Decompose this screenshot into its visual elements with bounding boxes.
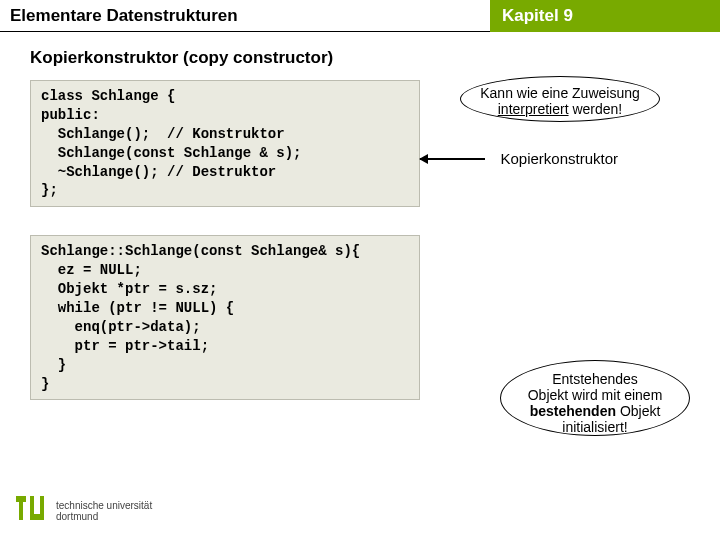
slide-header: Elementare Datenstrukturen Kapitel 9 xyxy=(0,0,720,32)
tu-logo-icon xyxy=(14,494,48,528)
header-chapter: Kapitel 9 xyxy=(490,0,720,32)
section-title-text: Kopierkonstruktor (copy constructor) xyxy=(30,48,333,67)
callout-line2-underlined: interpretiert xyxy=(498,101,569,117)
callout-assignment: Kann wie eine Zuweisung interpretiert we… xyxy=(460,76,660,122)
label-copy-constructor: Kopierkonstruktor xyxy=(500,150,618,167)
header-topic: Elementare Datenstrukturen xyxy=(0,0,490,32)
uni-line2: dortmund xyxy=(56,511,152,523)
svg-rect-1 xyxy=(19,502,23,520)
callout2-line4: initialisiert! xyxy=(562,419,627,435)
callout2-bold: bestehenden xyxy=(530,403,616,419)
content-area: class Schlange { public: Schlange(); // … xyxy=(0,80,720,400)
callout2-line3-rest: Objekt xyxy=(616,403,660,419)
arrow-icon xyxy=(420,158,485,160)
callout-line1: Kann wie eine Zuweisung xyxy=(480,85,640,101)
footer: technische universität dortmund xyxy=(14,494,152,528)
callout-initialization: Entstehendes Objekt wird mit einem beste… xyxy=(500,360,690,436)
callout2-line1: Entstehendes xyxy=(552,371,638,387)
svg-rect-4 xyxy=(30,514,44,520)
code-block-definition: Schlange::Schlange(const Schlange& s){ e… xyxy=(30,235,420,400)
callout-line2-rest: werden! xyxy=(569,101,623,117)
svg-rect-0 xyxy=(16,496,26,502)
svg-rect-3 xyxy=(40,496,44,516)
uni-line1: technische universität xyxy=(56,500,152,512)
callout2-line2: Objekt wird mit einem xyxy=(528,387,663,403)
svg-rect-2 xyxy=(30,496,34,516)
section-title: Kopierkonstruktor (copy constructor) xyxy=(0,32,720,80)
code-block-declaration: class Schlange { public: Schlange(); // … xyxy=(30,80,420,207)
university-name: technische universität dortmund xyxy=(56,500,152,523)
